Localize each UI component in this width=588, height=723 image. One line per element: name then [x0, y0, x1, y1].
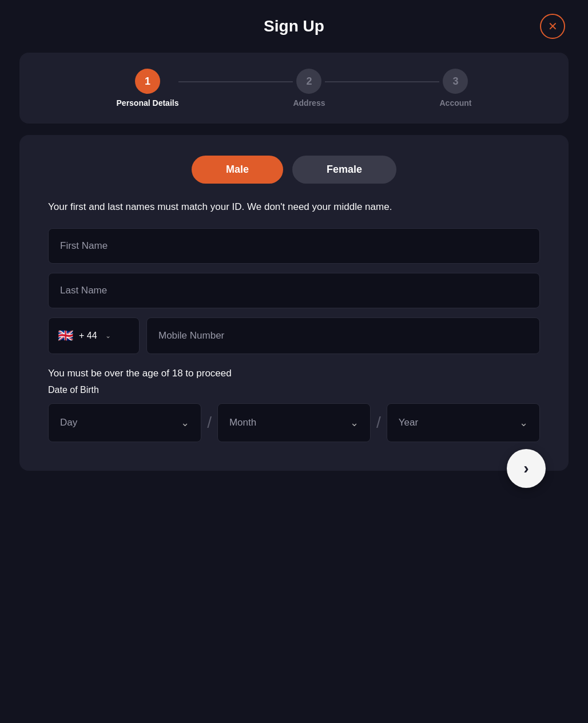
- close-button[interactable]: ✕: [540, 14, 565, 39]
- close-icon: ✕: [548, 19, 558, 33]
- stepper: 1 Personal Details 2 Address 3 Account: [42, 69, 546, 108]
- step-2: 2 Address: [293, 69, 325, 108]
- step-3: 3 Account: [439, 69, 471, 108]
- flag-icon: 🇬🇧: [58, 328, 73, 343]
- step-2-label: Address: [293, 98, 325, 108]
- stepper-card: 1 Personal Details 2 Address 3 Account: [19, 53, 569, 124]
- country-code: + 44: [79, 331, 97, 341]
- next-icon: ›: [523, 459, 529, 478]
- step-line-1: [178, 81, 293, 82]
- page-title: Sign Up: [264, 17, 324, 35]
- step-line-2: [325, 81, 439, 82]
- year-label: Year: [399, 417, 418, 428]
- chevron-down-icon: ⌄: [105, 332, 111, 340]
- day-chevron-icon: ⌄: [181, 416, 189, 429]
- step-1: 1 Personal Details: [117, 69, 179, 108]
- gender-toggle: Male Female: [48, 156, 540, 184]
- month-selector[interactable]: Month ⌄: [217, 403, 371, 442]
- phone-input[interactable]: [146, 317, 540, 354]
- step-1-circle: 1: [135, 69, 160, 94]
- male-button[interactable]: Male: [192, 156, 283, 184]
- dob-label: Date of Birth: [48, 385, 540, 395]
- form-card: Male Female Your first and last names mu…: [19, 135, 569, 471]
- age-notice: You must be over the age of 18 to procee…: [48, 368, 540, 379]
- dob-row: Day ⌄ / Month ⌄ / Year ⌄: [48, 403, 540, 442]
- step-3-label: Account: [439, 98, 471, 108]
- next-button[interactable]: ›: [507, 449, 546, 488]
- day-label: Day: [60, 417, 77, 428]
- year-selector[interactable]: Year ⌄: [387, 403, 540, 442]
- dob-separator-1: /: [201, 414, 217, 432]
- female-button[interactable]: Female: [292, 156, 396, 184]
- last-name-input[interactable]: [48, 273, 540, 308]
- year-chevron-icon: ⌄: [519, 416, 528, 429]
- day-selector[interactable]: Day ⌄: [48, 403, 201, 442]
- country-selector[interactable]: 🇬🇧 + 44 ⌄: [48, 317, 140, 354]
- month-chevron-icon: ⌄: [350, 416, 359, 429]
- dob-separator-2: /: [371, 414, 387, 432]
- header: Sign Up ✕: [11, 17, 577, 35]
- step-2-circle: 2: [296, 69, 321, 94]
- step-3-circle: 3: [443, 69, 468, 94]
- step-1-label: Personal Details: [117, 98, 179, 108]
- month-label: Month: [229, 417, 256, 428]
- first-name-input[interactable]: [48, 228, 540, 264]
- phone-row: 🇬🇧 + 44 ⌄: [48, 317, 540, 354]
- id-notice: Your first and last names must match you…: [48, 200, 540, 214]
